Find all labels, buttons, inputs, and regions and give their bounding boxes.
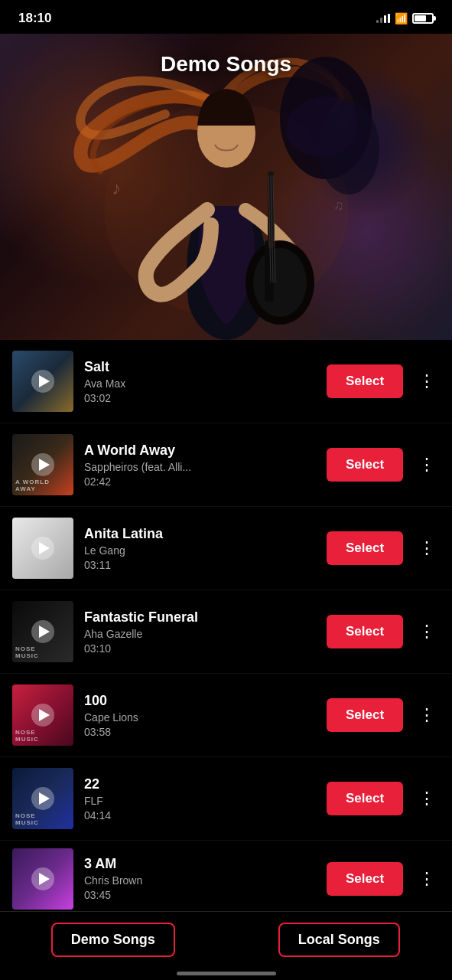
play-button[interactable] [31, 537, 54, 560]
song-thumbnail[interactable] [12, 351, 73, 412]
svg-text:♪: ♪ [112, 178, 121, 198]
song-artist: Sappheiros (feat. Alli... [84, 461, 316, 473]
song-title: Salt [84, 359, 316, 375]
svg-point-4 [253, 248, 307, 317]
hero-illustration: ♪ ♫ [73, 57, 379, 340]
more-options-button[interactable]: ⋮ [414, 784, 440, 813]
song-artist: Ava Max [84, 377, 316, 390]
song-info: 22 FLF 04:14 [84, 776, 316, 822]
home-indicator [177, 972, 276, 975]
wifi-icon: 📶 [395, 12, 408, 24]
thumb-label: NOSEMUSIC [15, 812, 39, 826]
song-item: 3 AM Chris Brown 03:45 Select ⋮ [0, 841, 452, 917]
local-songs-label: Local Songs [278, 923, 400, 957]
play-icon [39, 709, 50, 721]
song-info: A World Away Sappheiros (feat. Alli... 0… [84, 443, 316, 488]
more-options-button[interactable]: ⋮ [414, 701, 440, 730]
song-duration: 03:58 [84, 726, 316, 738]
song-artist: Aha Gazelle [84, 628, 316, 640]
song-artist: Chris Brown [84, 874, 316, 887]
thumb-label: NOSEMUSIC [15, 729, 39, 743]
song-info: Salt Ava Max 03:02 [84, 359, 316, 404]
song-info: 3 AM Chris Brown 03:45 [84, 856, 316, 901]
play-button[interactable] [31, 787, 54, 810]
play-icon [39, 542, 50, 554]
select-button[interactable]: Select [327, 364, 403, 398]
song-artist: FLF [84, 795, 316, 807]
song-info: Fantastic Funeral Aha Gazelle 03:10 [84, 609, 316, 655]
song-info: Anita Latina Le Gang 03:11 [84, 526, 316, 571]
bottom-nav: Demo Songs Local Songs [0, 911, 452, 980]
nav-local-songs[interactable]: Local Songs [226, 912, 453, 968]
play-button[interactable] [31, 620, 54, 643]
hero-section: ♪ ♫ Demo Songs [0, 34, 452, 340]
play-button[interactable] [31, 867, 54, 890]
select-button[interactable]: Select [327, 448, 403, 482]
signal-icon [376, 14, 390, 23]
status-time: 18:10 [18, 11, 51, 26]
song-duration: 03:10 [84, 642, 316, 655]
song-title: Fantastic Funeral [84, 609, 316, 626]
song-thumbnail[interactable]: NOSEMUSIC [12, 684, 73, 746]
song-item: NOSEMUSIC 22 FLF 04:14 Select ⋮ [0, 757, 452, 841]
song-title: 3 AM [84, 856, 316, 872]
select-button[interactable]: Select [327, 615, 403, 648]
play-icon [39, 375, 50, 387]
nav-demo-songs[interactable]: Demo Songs [0, 912, 226, 968]
song-thumbnail[interactable]: A WORLDAWAY [12, 434, 73, 495]
select-button[interactable]: Select [327, 698, 403, 732]
play-icon [39, 459, 50, 471]
more-options-button[interactable]: ⋮ [414, 534, 440, 563]
song-thumbnail[interactable] [12, 848, 73, 910]
select-button[interactable]: Select [327, 782, 403, 815]
song-artist: Le Gang [84, 544, 316, 557]
song-duration: 03:11 [84, 559, 316, 571]
song-thumbnail[interactable] [12, 518, 73, 579]
song-item: Salt Ava Max 03:02 Select ⋮ [0, 340, 452, 423]
hero-title: Demo Songs [0, 52, 452, 77]
song-duration: 03:45 [84, 889, 316, 901]
play-button[interactable] [31, 370, 54, 393]
song-item: NOSEMUSIC 100 Cape Lions 03:58 Select ⋮ [0, 674, 452, 757]
status-icons: 📶 [376, 12, 434, 24]
song-title: 22 [84, 776, 316, 792]
play-icon [39, 626, 50, 638]
svg-text:♫: ♫ [333, 198, 344, 213]
song-duration: 04:14 [84, 809, 316, 822]
song-info: 100 Cape Lions 03:58 [84, 693, 316, 738]
song-title: Anita Latina [84, 526, 316, 542]
more-options-button[interactable]: ⋮ [414, 617, 440, 646]
song-title: 100 [84, 693, 316, 709]
song-item: A WORLDAWAY A World Away Sappheiros (fea… [0, 423, 452, 507]
select-button[interactable]: Select [327, 862, 403, 896]
song-artist: Cape Lions [84, 711, 316, 724]
play-button[interactable] [31, 704, 54, 727]
status-bar: 18:10 📶 [0, 0, 452, 34]
demo-songs-label: Demo Songs [51, 923, 175, 957]
more-options-button[interactable]: ⋮ [414, 450, 440, 479]
thumb-label: A WORLDAWAY [15, 479, 50, 492]
more-options-button[interactable]: ⋮ [414, 367, 440, 396]
song-item: Anita Latina Le Gang 03:11 Select ⋮ [0, 507, 452, 590]
song-duration: 02:42 [84, 475, 316, 488]
more-options-button[interactable]: ⋮ [414, 864, 440, 893]
thumb-label: NOSEMUSIC [15, 645, 39, 659]
play-icon [39, 792, 50, 805]
battery-icon [412, 13, 434, 24]
song-title: A World Away [84, 443, 316, 459]
song-thumbnail[interactable]: NOSEMUSIC [12, 768, 73, 829]
select-button[interactable]: Select [327, 531, 403, 565]
song-list: Salt Ava Max 03:02 Select ⋮ A WORLDAWAY … [0, 340, 452, 917]
play-button[interactable] [31, 453, 54, 476]
song-duration: 03:02 [84, 392, 316, 404]
song-item: NOSEMUSIC Fantastic Funeral Aha Gazelle … [0, 590, 452, 674]
play-icon [39, 873, 50, 885]
song-thumbnail[interactable]: NOSEMUSIC [12, 601, 73, 662]
